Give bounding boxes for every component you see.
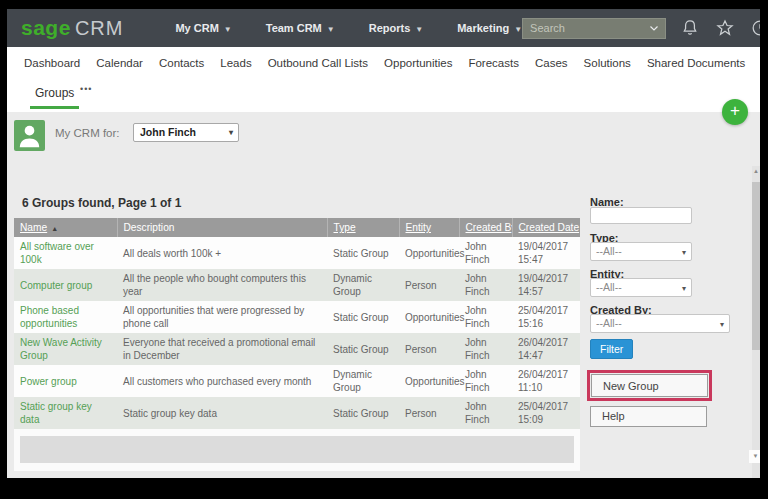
nav-item-leads[interactable]: Leads xyxy=(220,57,251,69)
scrollbar-thumb[interactable] xyxy=(752,182,760,350)
sort-asc-icon: ▲ xyxy=(51,225,58,232)
cell-entity: Opportunities xyxy=(399,365,459,397)
table-row: Phone based opportunitiesAll opportuniti… xyxy=(14,301,580,333)
cell-description: All opportunities that were progressed b… xyxy=(117,301,327,333)
chevron-down-icon: ▾ xyxy=(682,280,686,297)
avatar xyxy=(14,120,45,151)
nav-item-solutions[interactable]: Solutions xyxy=(584,57,631,69)
cell-type: Static Group xyxy=(327,301,399,333)
chevron-down-icon: ▾ xyxy=(720,316,724,333)
groups-table-panel: Name▲DescriptionTypeEntityCreated ByCrea… xyxy=(14,218,580,471)
groups-table: Name▲DescriptionTypeEntityCreated ByCrea… xyxy=(14,218,580,429)
group-name-link[interactable]: All software over 100k xyxy=(20,241,94,265)
chevron-down-icon: ▼ xyxy=(514,25,522,34)
filter-created-by-select[interactable]: --All-- ▾ xyxy=(590,314,730,333)
column-header-name[interactable]: Name▲ xyxy=(14,218,117,237)
cell-entity: Opportunities xyxy=(399,237,459,269)
column-header-type[interactable]: Type xyxy=(327,218,399,237)
chevron-down-icon: ▾ xyxy=(229,124,233,141)
top-menu-my-crm[interactable]: My CRM▼ xyxy=(175,22,231,34)
group-name-link[interactable]: Static group key data xyxy=(20,401,92,425)
top-menu-marketing[interactable]: Marketing▼ xyxy=(457,22,522,34)
tab-bar: Groups ••• xyxy=(7,79,760,112)
cell-created-date: 25/04/2017 15:16 xyxy=(512,301,580,333)
table-footer-bar xyxy=(20,436,574,463)
sage-crm-window: sage CRM My CRM▼Team CRM▼Reports▼Marketi… xyxy=(7,9,760,478)
chevron-down-icon[interactable] xyxy=(648,22,660,34)
logo-crm: CRM xyxy=(75,17,124,40)
add-group-button[interactable]: + xyxy=(722,99,748,125)
cell-created-date: 25/04/2017 15:09 xyxy=(512,397,580,429)
cell-type: Static Group xyxy=(327,237,399,269)
my-crm-for-label: My CRM for: xyxy=(55,127,120,139)
cell-entity: Person xyxy=(399,397,459,429)
tab-groups[interactable]: Groups xyxy=(30,86,79,109)
nav-item-shared-documents[interactable]: Shared Documents xyxy=(647,57,745,69)
cell-type: Static Group xyxy=(327,333,399,365)
scrollbar-down-button[interactable]: ▼ xyxy=(749,450,760,463)
filter-name-input[interactable] xyxy=(590,207,692,224)
new-group-highlight: New Group xyxy=(587,370,712,401)
chevron-down-icon: ▼ xyxy=(327,25,335,34)
chevron-down-icon: ▼ xyxy=(415,25,423,34)
nav-item-cases[interactable]: Cases xyxy=(535,57,568,69)
user-context-value: John Finch xyxy=(140,126,196,138)
nav-item-contacts[interactable]: Contacts xyxy=(159,57,204,69)
search-box[interactable] xyxy=(522,18,666,39)
new-group-button[interactable]: New Group xyxy=(591,374,708,397)
cell-entity: Person xyxy=(399,269,459,301)
group-name-link[interactable]: Phone based opportunities xyxy=(20,305,79,329)
cell-created-date: 19/04/2017 15:47 xyxy=(512,237,580,269)
sage-crm-logo: sage CRM xyxy=(21,16,123,40)
bell-icon[interactable] xyxy=(680,18,700,38)
table-row: Computer groupAll the people who bought … xyxy=(14,269,580,301)
table-row: New Wave Activity GroupEveryone that rec… xyxy=(14,333,580,365)
table-row: Static group key dataStatic group key da… xyxy=(14,397,580,429)
cell-description: Everyone that received a promotional ema… xyxy=(117,333,327,365)
filter-button[interactable]: Filter xyxy=(590,339,633,359)
column-header-created-date[interactable]: Created Date xyxy=(512,218,580,237)
column-header-entity[interactable]: Entity xyxy=(399,218,459,237)
cell-created-by: John Finch xyxy=(459,301,512,333)
filter-type-select[interactable]: --All-- ▾ xyxy=(590,242,692,261)
chevron-down-icon: ▾ xyxy=(682,244,686,261)
content-area: My CRM for: John Finch ▾ + 6 Groups foun… xyxy=(7,112,760,478)
help-button[interactable]: Help xyxy=(590,406,707,427)
more-tabs-button[interactable]: ••• xyxy=(80,84,92,94)
nav-item-opportunities[interactable]: Opportunities xyxy=(384,57,452,69)
clock-icon[interactable] xyxy=(750,18,760,38)
group-name-link[interactable]: New Wave Activity Group xyxy=(20,337,102,361)
top-menu-reports[interactable]: Reports▼ xyxy=(369,22,423,34)
top-icon-bar xyxy=(680,18,760,38)
cell-type: Dynamic Group xyxy=(327,269,399,301)
cell-created-date: 19/04/2017 14:57 xyxy=(512,269,580,301)
main-nav-bar: DashboardCalendarContactsLeadsOutbound C… xyxy=(7,47,760,79)
group-name-link[interactable]: Computer group xyxy=(20,280,92,291)
results-summary: 6 Groups found, Page 1 of 1 xyxy=(22,196,181,210)
nav-item-calendar[interactable]: Calendar xyxy=(96,57,143,69)
filter-created-by-value: --All-- xyxy=(596,317,622,329)
nav-item-outbound-call-lists[interactable]: Outbound Call Lists xyxy=(268,57,368,69)
cell-type: Static Group xyxy=(327,397,399,429)
cell-entity: Person xyxy=(399,333,459,365)
logo-sage: sage xyxy=(21,16,71,40)
filter-entity-value: --All-- xyxy=(596,281,622,293)
cell-created-by: John Finch xyxy=(459,365,512,397)
cell-created-by: John Finch xyxy=(459,397,512,429)
top-menu-team-crm[interactable]: Team CRM▼ xyxy=(266,22,335,34)
group-name-link[interactable]: Power group xyxy=(20,376,77,387)
cell-description: All the people who bought computers this… xyxy=(117,269,327,301)
cell-created-by: John Finch xyxy=(459,269,512,301)
filter-entity-select[interactable]: --All-- ▾ xyxy=(590,278,692,297)
nav-item-forecasts[interactable]: Forecasts xyxy=(468,57,519,69)
cell-description: All customers who purchased every month xyxy=(117,365,327,397)
table-row: All software over 100kAll deals worth 10… xyxy=(14,237,580,269)
scrollbar-up-button[interactable]: ▲ xyxy=(751,168,760,174)
star-icon[interactable] xyxy=(715,18,735,38)
cell-description: Static group key data xyxy=(117,397,327,429)
nav-item-dashboard[interactable]: Dashboard xyxy=(24,57,80,69)
column-header-created-by[interactable]: Created By xyxy=(459,218,512,237)
user-context-select[interactable]: John Finch ▾ xyxy=(133,123,239,142)
search-input[interactable] xyxy=(530,22,648,34)
table-header-row: Name▲DescriptionTypeEntityCreated ByCrea… xyxy=(14,218,580,237)
